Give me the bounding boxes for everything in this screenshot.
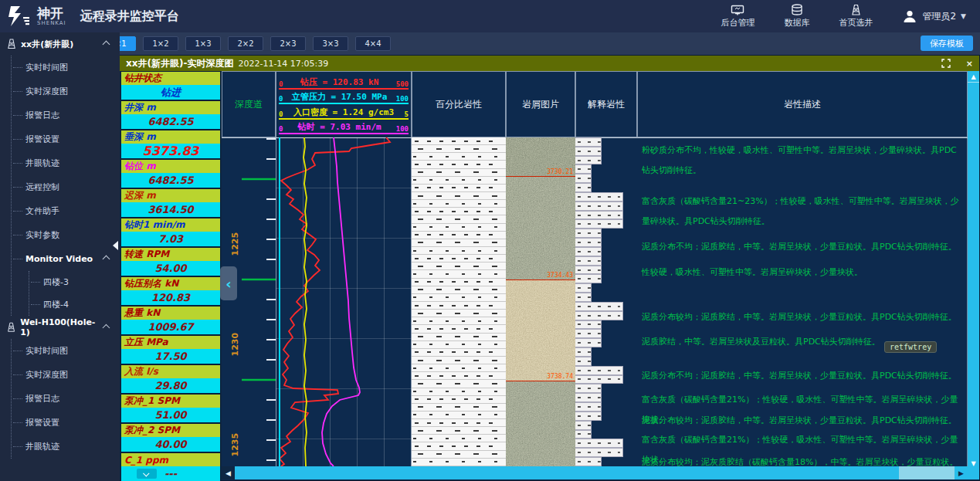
user-name: 管理员2	[922, 10, 956, 23]
sidebar-item-井眼轨迹[interactable]: 井眼轨迹	[12, 151, 120, 175]
sidebar-item-文件助手[interactable]: 文件助手	[12, 199, 120, 223]
interpret-bar	[575, 164, 592, 174]
horizontal-scrollbar-thumb[interactable]	[235, 466, 899, 479]
interpret-bar	[575, 229, 602, 238]
layout-tab-2×2[interactable]: 2×2	[228, 36, 263, 51]
lithology-symbol-row	[412, 232, 506, 239]
scroll-left-button[interactable]: ◀	[222, 466, 235, 479]
interpret-row	[575, 266, 637, 275]
column-header-cuttings-photo: 岩屑图片	[506, 71, 575, 137]
scroll-up-button[interactable]: ▲	[968, 71, 979, 82]
lithology-description-column: 粉砂质分布不均，性较硬，吸水性、可塑性中等。岩屑呈块状，少量碎块状。具PDC钻头…	[637, 137, 968, 466]
curves-plot	[222, 137, 412, 466]
param-label: 泵冲_1 SPM	[121, 395, 220, 408]
sidebar-item-报警设置[interactable]: 报警设置	[12, 411, 120, 435]
sidebar-item-实时深度图[interactable]: 实时深度图	[12, 80, 120, 103]
param-label: 垂深 m	[121, 130, 220, 144]
layout-tab-1×3[interactable]: 1×3	[185, 36, 221, 51]
nav-backend-admin[interactable]: 后台管理	[721, 5, 754, 29]
interpret-row	[575, 283, 637, 293]
interpreted-lithology-column	[575, 137, 637, 466]
param-box-悬重: 悬重 kN1009.67	[120, 306, 221, 335]
layout-tab-1×2[interactable]: 1×2	[143, 36, 178, 51]
close-icon[interactable]: ×	[966, 59, 973, 68]
interpret-bar	[575, 357, 592, 366]
sidebar-item-井眼轨迹[interactable]: 井眼轨迹	[12, 435, 120, 459]
sidebar-item-四楼-4[interactable]: 四楼-4	[29, 293, 120, 316]
legend-钻压[interactable]: 0钻压 = 120.83 kN500	[279, 75, 409, 90]
brand-logo: 神开 SHENKAI	[0, 5, 66, 28]
well-node-0[interactable]: xx井(新井眼)	[0, 32, 120, 56]
depth-tick-label: 1225	[230, 233, 240, 256]
lithology-symbol-row	[412, 270, 506, 278]
layout-tab-3×3[interactable]: 3×3	[313, 36, 348, 51]
sidebar-item-实时时间图[interactable]: 实时时间图	[12, 339, 120, 363]
lithology-symbol-row	[412, 310, 506, 317]
layout-tab-2×3[interactable]: 2×3	[270, 36, 306, 51]
sidebar-item-远程控制[interactable]: 远程控制	[12, 175, 120, 199]
param-dropdown-button[interactable]	[137, 469, 157, 479]
lithology-symbol-row	[412, 185, 506, 192]
interpret-bar	[575, 384, 602, 393]
lithology-symbol-row	[412, 317, 506, 325]
curve-钻时	[322, 137, 360, 466]
nav-label: 数据库	[784, 17, 809, 29]
lithology-symbol-row	[412, 372, 506, 380]
app-window: 神开 SHENKAI 远程录井监控平台 后台管理 数据库	[0, 0, 980, 481]
lithology-symbol-row	[412, 451, 506, 459]
interpret-row	[575, 402, 637, 412]
interpret-row	[575, 338, 637, 347]
scroll-right-button[interactable]: ▶	[955, 466, 968, 479]
vertical-scrollbar[interactable]: ▲ ▼	[968, 71, 979, 479]
vertical-scrollbar-thumb[interactable]	[968, 82, 979, 452]
save-template-button[interactable]: 保存模板	[921, 36, 973, 51]
param-value: 29.80	[121, 378, 220, 393]
param-box-泵冲_1: 泵冲_1 SPM51.00	[120, 394, 221, 423]
nav-database[interactable]: 数据库	[784, 4, 809, 29]
param-box-入流: 入流 l/s29.80	[120, 364, 221, 394]
param-label: 立压 MPa	[121, 336, 220, 349]
scroll-down-button[interactable]: ▼	[968, 458, 979, 469]
lithology-symbol-row	[412, 192, 506, 200]
legend-钻时[interactable]: 0钻时 = 7.03 min/m100	[279, 120, 409, 134]
sidebar-item-四楼-3[interactable]: 四楼-3	[29, 271, 120, 293]
user-menu[interactable]: 管理员2 ▼	[902, 8, 966, 29]
interpret-row	[575, 393, 637, 402]
legend-立管压力[interactable]: 0立管压力 = 17.50 MPa100	[279, 90, 409, 104]
lithology-symbol-row	[412, 208, 506, 215]
param-value: 钻进	[121, 85, 220, 100]
lithology-symbol-row	[412, 294, 506, 302]
sidebar-item-实时参数[interactable]: 实时参数	[12, 223, 120, 247]
lithology-description-text: 粉砂质分布不均，性较硬，吸水性、可塑性中等。岩屑呈块状，少量碎块状。具PDC钻头…	[642, 141, 960, 181]
brand-name-zh: 神开	[37, 7, 66, 20]
sidebar-item-monitor-video[interactable]: Monitor Video	[12, 247, 120, 271]
well-node-1[interactable]: Wei-H100(Hole-1)	[0, 316, 120, 339]
lithology-symbol-row	[412, 247, 506, 255]
sidebar-item-报警日志[interactable]: 报警日志	[12, 103, 120, 127]
interpret-row	[575, 247, 637, 256]
layout-tab-4×4[interactable]: 4×4	[355, 36, 391, 51]
sidebar-item-实时时间图[interactable]: 实时时间图	[12, 56, 120, 80]
param-label: 钻井状态	[121, 72, 220, 85]
horizontal-scrollbar[interactable]: ◀ ▶	[222, 466, 968, 479]
expand-icon[interactable]	[941, 59, 951, 68]
interpret-row	[575, 293, 637, 302]
sidebar-item-实时深度图[interactable]: 实时深度图	[12, 363, 120, 387]
interpret-bar	[575, 192, 623, 202]
header-nav: 后台管理 数据库 首页选井	[721, 4, 980, 29]
param-label: 钻压别名 kN	[121, 277, 220, 290]
interpret-row	[575, 457, 637, 466]
photo-depth-label: 3738.74	[547, 373, 573, 380]
photo-depth-label: 3734.43	[547, 272, 573, 279]
sidebar-collapse-handle[interactable]	[113, 241, 118, 250]
legend-入口密度[interactable]: 0入口密度 = 1.24 g/cm35	[279, 105, 409, 120]
interpret-row	[575, 174, 637, 183]
nav-home-well-select[interactable]: 首页选井	[839, 4, 873, 29]
parameter-panel-collapse-handle[interactable]: ‹	[220, 266, 237, 300]
depth-chart-panel: xx井(新井眼)-实时深度图 2022-11-14 17:05:39 × 钻井状…	[120, 56, 979, 480]
sidebar-item-报警设置[interactable]: 报警设置	[12, 127, 120, 151]
sidebar-item-报警日志[interactable]: 报警日志	[12, 387, 120, 411]
param-box-钻井状态: 钻井状态钻进	[120, 71, 221, 100]
brand-name-en: SHENKAI	[37, 20, 66, 26]
interpret-row	[575, 302, 637, 311]
